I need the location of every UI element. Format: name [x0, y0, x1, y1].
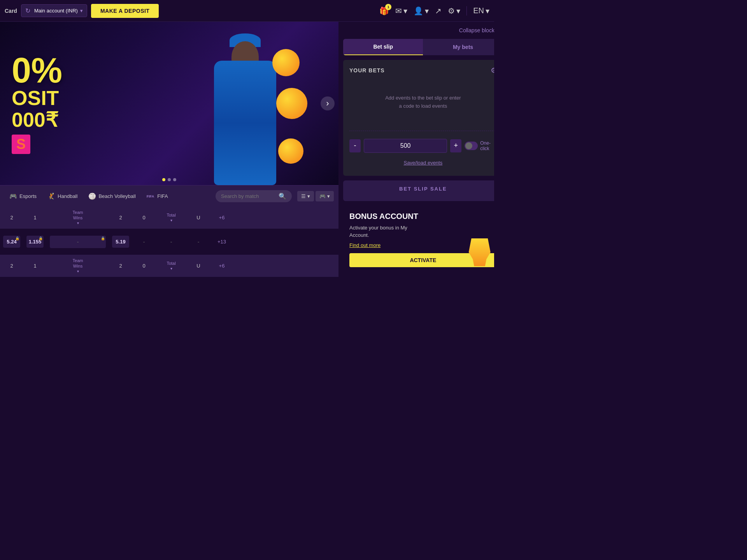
- handball-icon: 🤾: [47, 192, 55, 200]
- settings-button[interactable]: ⚙ ▾: [448, 6, 460, 16]
- chevron-down-icon: ▾: [403, 6, 407, 16]
- fifa-label-text: FIFA: [157, 193, 168, 199]
- tab-my-bets[interactable]: My bets: [423, 39, 494, 55]
- profile-chevron-icon: ▾: [425, 6, 429, 16]
- lock-icon-2: 🔒: [39, 236, 43, 240]
- sidebar-item-beach-volleyball[interactable]: 🏐 Beach Volleyball: [84, 190, 140, 202]
- col3-2-chevron-icon: ▾: [77, 269, 79, 273]
- fifa-prefix-label: FIFA: [147, 194, 154, 198]
- row1-col1[interactable]: 🔒 5.24: [0, 232, 23, 252]
- row1-col9: [233, 239, 257, 245]
- amount-plus-button[interactable]: +: [450, 139, 461, 152]
- total-chevron-icon: ▾: [170, 218, 172, 222]
- esports-icon: 🎮: [9, 192, 17, 200]
- left-panel: 0% OSIT 000₹ S ›: [0, 22, 338, 277]
- hero-banner: 0% OSIT 000₹ S ›: [0, 22, 338, 185]
- deposit-button[interactable]: MAKE A DEPOSIT: [91, 4, 159, 18]
- table-row: 🔒 5.24 🔒 1.155 🔒 -: [0, 229, 338, 255]
- odd-cell-1-1[interactable]: 🔒 5.24: [3, 236, 20, 248]
- gift-badge: 1: [385, 4, 391, 10]
- tab-bet-slip[interactable]: Bet slip: [343, 39, 423, 55]
- find-out-more-link[interactable]: Find out more: [349, 242, 381, 248]
- lang-chevron-icon: ▾: [486, 6, 489, 16]
- header2-col2: 1: [23, 260, 47, 272]
- bonus-account: BONUS ACCOUNT Activate your bonus in My …: [343, 206, 494, 273]
- menu-chevron-icon: ▾: [307, 193, 310, 199]
- odd-cell-1-2[interactable]: 🔒 1.155: [26, 236, 44, 248]
- search-box: 🔍: [216, 190, 292, 202]
- header2-col7: U: [187, 260, 210, 272]
- header-col1: 2: [0, 212, 23, 224]
- header2-col5: 0: [132, 260, 156, 272]
- header-col3: Team Wins ▾: [47, 207, 109, 228]
- header2-col6: Total ▾: [156, 258, 187, 274]
- gift-button[interactable]: 🎁 1: [379, 6, 389, 16]
- top-navigation: Card ↻ Main account (INR) ▾ MAKE A DEPOS…: [0, 0, 494, 22]
- sale-title: BET SLIP SALE: [349, 186, 494, 192]
- bet-slip-tabs: Bet slip My bets: [343, 39, 494, 55]
- sports-game-button[interactable]: 🎮 ▾: [316, 191, 334, 201]
- hero-dot-2[interactable]: [168, 178, 171, 181]
- save-load-button[interactable]: Save/load events: [349, 156, 494, 170]
- row1-col3[interactable]: 🔒 -: [47, 232, 109, 252]
- trophy-icon: [466, 238, 493, 273]
- row1-col5: -: [132, 236, 156, 248]
- search-button[interactable]: 🔍: [279, 192, 286, 200]
- nav-separator: [466, 6, 467, 16]
- row1-more-button[interactable]: +13: [210, 236, 233, 248]
- logout-button[interactable]: ↗: [435, 6, 442, 16]
- bet-slip-sale: BET SLIP SALE: [343, 180, 494, 201]
- coin-3: [278, 138, 303, 164]
- header-col9: [233, 215, 257, 221]
- header2-col4: 2: [109, 260, 132, 272]
- sidebar-item-fifa[interactable]: FIFA FIFA: [142, 191, 173, 201]
- hero-percent: 0%: [12, 53, 62, 88]
- sports-menu-button[interactable]: ☰ ▾: [297, 191, 314, 201]
- beach-volleyball-icon: 🏐: [88, 192, 96, 200]
- odd-cell-1-4[interactable]: 5.19: [112, 236, 129, 248]
- coin-1: [272, 49, 300, 76]
- lock-icon: 🔒: [15, 236, 19, 240]
- bonus-account-description: Activate your bonus in My Account.: [349, 224, 427, 239]
- hero-bonus: S: [12, 135, 30, 154]
- dash-value-1-3: -: [77, 239, 79, 245]
- card-label: Card: [5, 8, 17, 14]
- hero-dot-3[interactable]: [173, 178, 176, 181]
- odd-cell-1-3[interactable]: 🔒 -: [50, 236, 106, 248]
- sidebar-item-handball[interactable]: 🤾 Handball: [43, 190, 82, 202]
- row1-col4[interactable]: 5.19: [109, 232, 132, 252]
- refresh-icon: ↻: [25, 7, 30, 14]
- one-click-toggle-knob[interactable]: [465, 142, 478, 150]
- hero-dots: [162, 178, 176, 181]
- hero-next-arrow[interactable]: ›: [321, 96, 335, 110]
- header-col5: 0: [132, 212, 156, 224]
- hero-text: 0% OSIT 000₹ S: [0, 45, 74, 162]
- sidebar-item-esports[interactable]: 🎮 Esports: [5, 190, 41, 202]
- search-input[interactable]: [221, 193, 275, 199]
- col3-chevron-icon: ▾: [77, 221, 79, 225]
- your-bets-header: YOUR BETS ⚙: [349, 66, 494, 75]
- bet-slip-content: YOUR BETS ⚙ Add events to the bet slip o…: [343, 60, 494, 176]
- messages-button[interactable]: ✉ ▾: [395, 6, 407, 16]
- header-col4: 2: [109, 212, 132, 224]
- language-selector[interactable]: EN ▾: [473, 6, 489, 16]
- header-col8: +6: [210, 212, 233, 224]
- total-label: Total: [167, 213, 175, 217]
- amount-minus-button[interactable]: -: [349, 139, 361, 152]
- header2-col1: 2: [0, 260, 23, 272]
- collapse-block-button[interactable]: Collapse block »: [338, 22, 494, 39]
- row1-col7: -: [187, 236, 210, 248]
- profile-button[interactable]: 👤 ▾: [414, 6, 429, 16]
- bet-settings-button[interactable]: ⚙: [491, 66, 494, 75]
- header2-col8: +6: [210, 260, 233, 272]
- amount-input[interactable]: [364, 139, 447, 153]
- bet-empty-message: Add events to the bet slip or entera cod…: [349, 82, 494, 126]
- header-col2: 1: [23, 212, 47, 224]
- hero-dot-1[interactable]: [162, 178, 165, 181]
- one-click-toggle: One-click: [465, 140, 494, 151]
- your-bets-label: YOUR BETS: [349, 67, 385, 74]
- account-selector[interactable]: ↻ Main account (INR) ▾: [21, 4, 87, 17]
- controller-icon: 🎮: [319, 193, 326, 199]
- team-wins-label-2: Team: [73, 258, 83, 263]
- row1-col2[interactable]: 🔒 1.155: [23, 232, 47, 252]
